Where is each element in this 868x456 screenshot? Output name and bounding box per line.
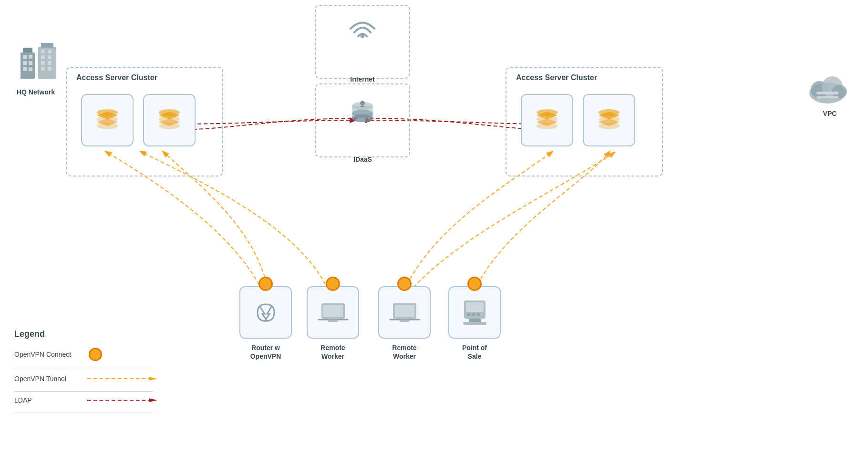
svg-point-29: [97, 109, 118, 116]
left-cluster-box: Access Server Cluster: [66, 67, 223, 176]
svg-rect-58: [466, 302, 484, 312]
svg-rect-13: [23, 67, 27, 71]
svg-rect-40: [816, 96, 838, 98]
remote1-node: Remote Worker: [307, 286, 359, 361]
svg-rect-19: [41, 55, 45, 59]
left-cluster-label: Access Server Cluster: [76, 73, 157, 82]
remote2-openvpn-dot: [397, 277, 412, 291]
svg-rect-15: [38, 47, 56, 79]
legend-openvpn-connect-label: OpenVPN Connect: [14, 351, 81, 358]
svg-rect-14: [29, 67, 32, 71]
svg-point-5: [352, 114, 373, 122]
router-openvpn-dot: [258, 277, 273, 291]
svg-marker-67: [149, 398, 157, 402]
diagram-container: Internet IDaaS: [0, 0, 868, 456]
svg-rect-12: [29, 61, 32, 65]
svg-rect-8: [23, 48, 32, 52]
svg-rect-63: [463, 322, 486, 325]
svg-rect-22: [48, 61, 52, 65]
svg-rect-9: [23, 55, 27, 59]
vpc-label: VPC: [816, 110, 844, 117]
svg-rect-24: [48, 67, 52, 71]
svg-rect-39: [816, 92, 838, 94]
svg-rect-52: [323, 305, 343, 317]
legend-divider-3: [14, 413, 153, 413]
svg-rect-20: [48, 55, 52, 59]
idaas-box: [315, 83, 410, 157]
svg-rect-7: [21, 52, 35, 79]
internet-icon: [348, 14, 377, 40]
left-server-2: [143, 94, 196, 146]
router-label: Router w OpenVPN: [239, 343, 292, 361]
svg-rect-21: [41, 61, 45, 65]
idaas-icon: [346, 96, 379, 132]
legend-item-ldap: LDAP: [14, 396, 157, 404]
remote1-label: Remote Worker: [307, 343, 359, 361]
legend-ldap-line: [87, 396, 157, 404]
internet-box: [315, 5, 410, 79]
left-server-1: [81, 94, 134, 146]
svg-marker-65: [149, 377, 157, 381]
legend-tunnel-line: [87, 375, 157, 383]
internet-label: Internet: [341, 75, 384, 83]
right-server-2: [583, 94, 635, 146]
legend-ldap-label: LDAP: [14, 396, 80, 404]
legend-tunnel-label: OpenVPN Tunnel: [14, 375, 80, 383]
remote2-label: Remote Worker: [378, 343, 431, 361]
svg-rect-53: [328, 320, 338, 322]
svg-rect-18: [48, 50, 52, 53]
remote2-node: Remote Worker: [378, 286, 431, 361]
remote2-icon-card: [378, 286, 431, 339]
svg-rect-10: [29, 55, 32, 59]
svg-rect-55: [395, 305, 414, 317]
legend-item-openvpn-tunnel: OpenVPN Tunnel: [14, 375, 157, 383]
pos-label: Point of Sale: [448, 343, 501, 361]
svg-rect-61: [476, 313, 480, 316]
hq-network-icon: [18, 43, 61, 91]
router-icon-card: [239, 286, 292, 339]
svg-rect-16: [41, 43, 53, 48]
router-node: Router w OpenVPN: [239, 286, 292, 361]
right-cluster-label: Access Server Cluster: [516, 73, 597, 82]
pos-icon-card: [448, 286, 501, 339]
svg-point-34: [159, 109, 180, 116]
pos-openvpn-dot: [467, 277, 482, 291]
legend-item-openvpn-connect: OpenVPN Connect: [14, 348, 157, 361]
legend-divider-1: [14, 370, 153, 370]
svg-point-0: [361, 34, 364, 38]
svg-point-45: [537, 109, 558, 116]
hq-network-label: HQ Network: [7, 88, 64, 96]
vpc-icon: [806, 67, 854, 110]
legend-box: Legend OpenVPN Connect OpenVPN Tunnel LD…: [14, 329, 157, 418]
svg-rect-59: [467, 313, 470, 316]
svg-rect-56: [400, 320, 410, 322]
right-server-1: [521, 94, 573, 146]
legend-title: Legend: [14, 329, 157, 339]
svg-rect-23: [41, 67, 45, 71]
remote1-icon-card: [307, 286, 359, 339]
remote1-openvpn-dot: [326, 277, 340, 291]
pos-node: Point of Sale: [448, 286, 501, 361]
right-cluster-box: Access Server Cluster: [506, 67, 663, 176]
legend-divider-2: [14, 391, 153, 392]
svg-rect-62: [469, 319, 481, 322]
svg-rect-60: [472, 313, 475, 316]
legend-openvpn-dot: [89, 348, 102, 361]
svg-rect-11: [23, 61, 27, 65]
svg-point-50: [599, 109, 620, 116]
svg-rect-17: [41, 50, 45, 53]
svg-point-6: [360, 101, 365, 105]
idaas-label: IDaaS: [342, 155, 383, 163]
